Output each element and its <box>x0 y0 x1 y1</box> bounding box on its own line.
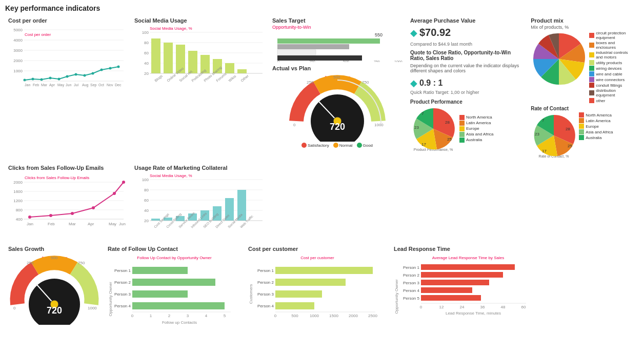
sales-growth-title: Sales Growth <box>8 246 99 252</box>
svg-text:Person 4: Person 4 <box>403 288 420 293</box>
svg-point-107 <box>28 216 31 219</box>
svg-rect-185 <box>275 302 314 309</box>
svg-text:28: 28 <box>445 120 450 125</box>
svg-text:1600: 1600 <box>13 189 23 194</box>
svg-text:Jun: Jun <box>119 222 126 226</box>
svg-text:80: 80 <box>144 188 149 192</box>
avg-purchase-title: Average Purchase Value <box>410 17 522 24</box>
svg-text:24: 24 <box>460 305 465 309</box>
follow-up-title: Rate of Follow Up Contact <box>108 246 240 252</box>
product-perf-pie: Product Performance, % 28 25 17 23 7 <box>410 106 456 152</box>
social-media-title: Social Media Usage <box>134 17 264 24</box>
svg-text:1000: 1000 <box>374 123 384 127</box>
svg-point-13 <box>41 79 43 81</box>
avg-purchase-card: Average Purchase Value ◆ $70.92 Compared… <box>407 15 526 161</box>
product-mix-subtitle: Mix of products, % <box>531 25 636 30</box>
social-media-card: Social Media Usage Social Media Usage, %… <box>131 15 267 161</box>
svg-text:750: 750 <box>78 261 85 265</box>
svg-text:250: 250 <box>309 60 315 62</box>
svg-text:Person 3: Person 3 <box>403 281 420 285</box>
svg-text:Person 1: Person 1 <box>257 268 274 273</box>
ratio-sub: Quick Ratio Target: 1,00 or higher <box>410 90 522 95</box>
svg-point-108 <box>49 214 52 217</box>
rate-of-contact-pie: Rate of Contact, % 28 25 17 23 7 <box>531 112 577 159</box>
ratio-title: Quote to Close Ratio, Opportunity-to-Win… <box>410 50 522 61</box>
svg-text:100: 100 <box>142 178 149 182</box>
lead-response-chart: Average Lead Response Time by Sales Oppo… <box>394 253 542 327</box>
svg-text:Person 3: Person 3 <box>114 292 131 297</box>
usage-rate-card: Usage Rate of Marketing Collateral Socia… <box>131 163 267 242</box>
svg-text:720: 720 <box>329 122 345 132</box>
svg-text:20: 20 <box>144 71 149 76</box>
svg-rect-167 <box>132 302 225 309</box>
svg-text:0: 0 <box>274 314 277 318</box>
svg-text:Follow up Contacts: Follow up Contacts <box>162 320 197 325</box>
sales-target-bars: 550 0 250 500 750 1000 <box>272 31 403 62</box>
svg-text:500: 500 <box>343 60 349 62</box>
svg-text:Clicks from Sales Follow-Up Em: Clicks from Sales Follow-Up Emails <box>25 175 89 180</box>
svg-text:Person 4: Person 4 <box>114 304 131 308</box>
svg-text:2: 2 <box>168 314 171 318</box>
svg-text:Social Media Usage, %: Social Media Usage, % <box>150 173 192 178</box>
svg-text:2000: 2000 <box>13 58 23 63</box>
lead-response-title: Lead Response Time <box>394 246 541 252</box>
svg-text:40: 40 <box>144 208 149 213</box>
svg-text:Lead Response Time, minutes: Lead Response Time, minutes <box>446 311 501 316</box>
svg-point-12 <box>32 78 34 81</box>
svg-rect-183 <box>275 290 322 298</box>
svg-text:100: 100 <box>142 30 149 35</box>
svg-point-20 <box>100 69 103 71</box>
svg-text:7: 7 <box>542 118 545 123</box>
svg-rect-163 <box>132 279 215 286</box>
svg-rect-68 <box>277 55 362 61</box>
svg-rect-181 <box>275 279 346 286</box>
product-mix-card: Product mix Mix of products, % circuit p <box>528 15 639 161</box>
svg-point-112 <box>122 181 125 184</box>
svg-point-19 <box>92 72 94 75</box>
svg-text:Feb: Feb <box>33 83 39 87</box>
svg-text:Cost per customer: Cost per customer <box>300 256 334 260</box>
cost-per-order-chart: 5000 4000 3000 2000 1000 Cost per order <box>8 25 126 91</box>
svg-text:Jan: Jan <box>25 83 30 87</box>
svg-text:1000: 1000 <box>310 314 319 318</box>
svg-point-14 <box>49 77 52 80</box>
svg-text:1000: 1000 <box>394 60 402 62</box>
svg-text:28: 28 <box>566 127 570 131</box>
cost-per-customer-chart: Cost per customer Customers Person 1 Per… <box>248 253 387 327</box>
svg-text:5: 5 <box>224 314 226 318</box>
svg-text:750: 750 <box>374 60 380 62</box>
dashboard: Key performance indicators Cost per orde… <box>0 0 644 335</box>
svg-text:3: 3 <box>187 314 189 318</box>
svg-text:Other: Other <box>240 74 249 83</box>
svg-text:550: 550 <box>375 32 383 37</box>
svg-text:May: May <box>109 222 116 226</box>
svg-text:48: 48 <box>501 305 506 309</box>
svg-rect-54 <box>237 69 247 73</box>
svg-text:720: 720 <box>47 305 62 316</box>
svg-rect-161 <box>132 267 188 274</box>
svg-text:12: 12 <box>439 305 444 309</box>
lead-response-card: Lead Response Time Average Lead Response… <box>391 244 545 330</box>
svg-text:Jun: Jun <box>66 83 71 87</box>
actual-vs-plan-title: Actual vs Plan <box>272 65 402 71</box>
svg-text:Nov: Nov <box>107 83 113 87</box>
sales-growth-card: Sales Growth Actual vs Plan 0 250 500 75… <box>5 244 103 330</box>
opportunity-label: Opportunity-to-Win <box>272 25 402 30</box>
svg-text:60: 60 <box>144 51 149 55</box>
svg-text:500: 500 <box>51 256 58 260</box>
clicks-title: Clicks from Sales Follow-Up Emails <box>8 165 126 171</box>
svg-text:1: 1 <box>150 314 152 318</box>
product-mix-title: Product mix <box>531 17 636 24</box>
svg-text:23: 23 <box>535 132 539 136</box>
svg-text:20: 20 <box>144 219 149 223</box>
svg-text:2500: 2500 <box>368 314 377 318</box>
svg-text:500: 500 <box>291 314 298 318</box>
svg-text:Person 4: Person 4 <box>257 304 274 308</box>
svg-text:4000: 4000 <box>13 38 23 43</box>
svg-text:0: 0 <box>131 314 134 318</box>
svg-text:0: 0 <box>13 306 16 310</box>
svg-text:Person 2: Person 2 <box>403 273 420 278</box>
svg-text:1200: 1200 <box>13 199 23 203</box>
svg-rect-47 <box>151 38 160 73</box>
svg-text:17: 17 <box>421 142 426 147</box>
